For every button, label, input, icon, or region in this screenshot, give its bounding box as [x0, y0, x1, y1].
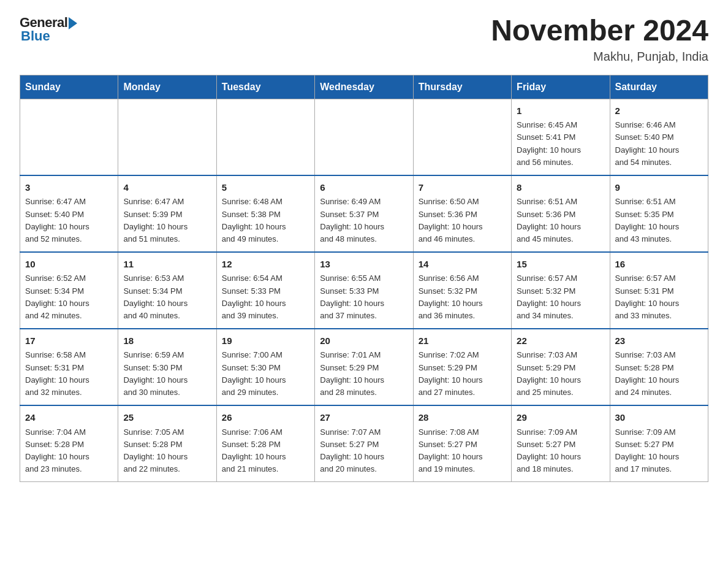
day-info: Sunrise: 6:52 AM Sunset: 5:34 PM Dayligh… [25, 272, 113, 322]
day-number: 25 [123, 411, 211, 425]
calendar-cell: 4Sunrise: 6:47 AM Sunset: 5:39 PM Daylig… [118, 175, 216, 252]
logo-arrow-icon [69, 17, 77, 29]
day-number: 2 [615, 104, 703, 118]
calendar-week-row: 1Sunrise: 6:45 AM Sunset: 5:41 PM Daylig… [20, 99, 708, 175]
day-info: Sunrise: 7:07 AM Sunset: 5:27 PM Dayligh… [320, 426, 408, 476]
logo-blue-text: Blue [21, 28, 50, 44]
day-number: 5 [222, 181, 309, 195]
calendar-cell: 6Sunrise: 6:49 AM Sunset: 5:37 PM Daylig… [315, 175, 413, 252]
day-info: Sunrise: 7:03 AM Sunset: 5:28 PM Dayligh… [615, 349, 703, 399]
day-number: 18 [123, 334, 211, 348]
day-info: Sunrise: 6:51 AM Sunset: 5:36 PM Dayligh… [517, 196, 604, 245]
day-number: 6 [320, 181, 408, 195]
calendar-cell [216, 99, 314, 175]
calendar-cell: 26Sunrise: 7:06 AM Sunset: 5:28 PM Dayli… [216, 405, 314, 482]
day-number: 23 [615, 334, 703, 348]
day-info: Sunrise: 6:54 AM Sunset: 5:33 PM Dayligh… [222, 272, 309, 322]
calendar-week-row: 24Sunrise: 7:04 AM Sunset: 5:28 PM Dayli… [20, 405, 708, 482]
day-number: 19 [222, 334, 309, 348]
calendar-cell: 18Sunrise: 6:59 AM Sunset: 5:30 PM Dayli… [118, 329, 216, 405]
day-info: Sunrise: 7:04 AM Sunset: 5:28 PM Dayligh… [25, 426, 113, 476]
calendar-cell: 7Sunrise: 6:50 AM Sunset: 5:36 PM Daylig… [413, 175, 511, 252]
day-info: Sunrise: 6:45 AM Sunset: 5:41 PM Dayligh… [517, 119, 604, 169]
day-info: Sunrise: 7:05 AM Sunset: 5:28 PM Dayligh… [123, 426, 211, 476]
weekday-header-tuesday: Tuesday [216, 75, 314, 99]
day-info: Sunrise: 6:57 AM Sunset: 5:32 PM Dayligh… [517, 272, 604, 322]
day-info: Sunrise: 7:09 AM Sunset: 5:27 PM Dayligh… [517, 426, 604, 476]
calendar-week-row: 3Sunrise: 6:47 AM Sunset: 5:40 PM Daylig… [20, 175, 708, 252]
calendar-week-row: 10Sunrise: 6:52 AM Sunset: 5:34 PM Dayli… [20, 252, 708, 329]
day-number: 9 [615, 181, 703, 195]
calendar-cell: 25Sunrise: 7:05 AM Sunset: 5:28 PM Dayli… [118, 405, 216, 482]
day-number: 13 [320, 258, 408, 272]
calendar-cell: 17Sunrise: 6:58 AM Sunset: 5:31 PM Dayli… [20, 329, 118, 405]
calendar-cell: 9Sunrise: 6:51 AM Sunset: 5:35 PM Daylig… [610, 175, 708, 252]
weekday-header-saturday: Saturday [610, 75, 708, 99]
day-info: Sunrise: 7:08 AM Sunset: 5:27 PM Dayligh… [419, 426, 506, 476]
day-number: 14 [419, 258, 506, 272]
calendar-cell: 11Sunrise: 6:53 AM Sunset: 5:34 PM Dayli… [118, 252, 216, 329]
weekday-header-wednesday: Wednesday [315, 75, 413, 99]
day-number: 24 [25, 411, 113, 425]
day-info: Sunrise: 7:01 AM Sunset: 5:29 PM Dayligh… [320, 349, 408, 399]
calendar-cell: 12Sunrise: 6:54 AM Sunset: 5:33 PM Dayli… [216, 252, 314, 329]
calendar-cell: 20Sunrise: 7:01 AM Sunset: 5:29 PM Dayli… [315, 329, 413, 405]
calendar-cell [315, 99, 413, 175]
day-info: Sunrise: 6:50 AM Sunset: 5:36 PM Dayligh… [419, 196, 506, 245]
day-number: 27 [320, 411, 408, 425]
calendar-cell [20, 99, 118, 175]
day-number: 15 [517, 258, 604, 272]
calendar-cell: 5Sunrise: 6:48 AM Sunset: 5:38 PM Daylig… [216, 175, 314, 252]
day-info: Sunrise: 6:53 AM Sunset: 5:34 PM Dayligh… [123, 272, 211, 322]
day-info: Sunrise: 6:46 AM Sunset: 5:40 PM Dayligh… [615, 119, 703, 169]
day-number: 21 [419, 334, 506, 348]
calendar-cell: 28Sunrise: 7:08 AM Sunset: 5:27 PM Dayli… [413, 405, 511, 482]
day-info: Sunrise: 7:02 AM Sunset: 5:29 PM Dayligh… [419, 349, 506, 399]
calendar-cell: 22Sunrise: 7:03 AM Sunset: 5:29 PM Dayli… [512, 329, 610, 405]
day-number: 11 [123, 258, 211, 272]
calendar-cell: 2Sunrise: 6:46 AM Sunset: 5:40 PM Daylig… [610, 99, 708, 175]
day-info: Sunrise: 6:57 AM Sunset: 5:31 PM Dayligh… [615, 272, 703, 322]
page-header: General Blue November 2024 Makhu, Punjab… [20, 15, 708, 64]
calendar-cell: 13Sunrise: 6:55 AM Sunset: 5:33 PM Dayli… [315, 252, 413, 329]
location-label: Makhu, Punjab, India [491, 50, 708, 64]
calendar-cell: 27Sunrise: 7:07 AM Sunset: 5:27 PM Dayli… [315, 405, 413, 482]
day-info: Sunrise: 6:49 AM Sunset: 5:37 PM Dayligh… [320, 196, 408, 245]
day-number: 30 [615, 411, 703, 425]
day-number: 22 [517, 334, 604, 348]
weekday-header-friday: Friday [512, 75, 610, 99]
calendar-cell: 3Sunrise: 6:47 AM Sunset: 5:40 PM Daylig… [20, 175, 118, 252]
calendar-cell: 30Sunrise: 7:09 AM Sunset: 5:27 PM Dayli… [610, 405, 708, 482]
day-number: 26 [222, 411, 309, 425]
calendar-cell: 1Sunrise: 6:45 AM Sunset: 5:41 PM Daylig… [512, 99, 610, 175]
day-number: 7 [419, 181, 506, 195]
day-number: 28 [419, 411, 506, 425]
calendar-cell: 24Sunrise: 7:04 AM Sunset: 5:28 PM Dayli… [20, 405, 118, 482]
calendar-cell [118, 99, 216, 175]
month-title: November 2024 [491, 15, 708, 47]
weekday-header-sunday: Sunday [20, 75, 118, 99]
day-info: Sunrise: 6:47 AM Sunset: 5:40 PM Dayligh… [25, 196, 113, 245]
day-number: 3 [25, 181, 113, 195]
calendar-cell: 15Sunrise: 6:57 AM Sunset: 5:32 PM Dayli… [512, 252, 610, 329]
logo: General Blue [20, 15, 77, 44]
day-number: 10 [25, 258, 113, 272]
calendar-cell: 19Sunrise: 7:00 AM Sunset: 5:30 PM Dayli… [216, 329, 314, 405]
weekday-header-row: SundayMondayTuesdayWednesdayThursdayFrid… [20, 75, 708, 99]
day-info: Sunrise: 6:58 AM Sunset: 5:31 PM Dayligh… [25, 349, 113, 399]
calendar-cell: 29Sunrise: 7:09 AM Sunset: 5:27 PM Dayli… [512, 405, 610, 482]
calendar-table: SundayMondayTuesdayWednesdayThursdayFrid… [20, 75, 708, 482]
day-number: 16 [615, 258, 703, 272]
calendar-cell: 10Sunrise: 6:52 AM Sunset: 5:34 PM Dayli… [20, 252, 118, 329]
day-number: 29 [517, 411, 604, 425]
calendar-week-row: 17Sunrise: 6:58 AM Sunset: 5:31 PM Dayli… [20, 329, 708, 405]
day-number: 1 [517, 104, 604, 118]
day-info: Sunrise: 6:59 AM Sunset: 5:30 PM Dayligh… [123, 349, 211, 399]
day-number: 4 [123, 181, 211, 195]
day-info: Sunrise: 7:06 AM Sunset: 5:28 PM Dayligh… [222, 426, 309, 476]
day-info: Sunrise: 6:51 AM Sunset: 5:35 PM Dayligh… [615, 196, 703, 245]
day-info: Sunrise: 6:55 AM Sunset: 5:33 PM Dayligh… [320, 272, 408, 322]
weekday-header-monday: Monday [118, 75, 216, 99]
day-info: Sunrise: 6:56 AM Sunset: 5:32 PM Dayligh… [419, 272, 506, 322]
day-number: 17 [25, 334, 113, 348]
